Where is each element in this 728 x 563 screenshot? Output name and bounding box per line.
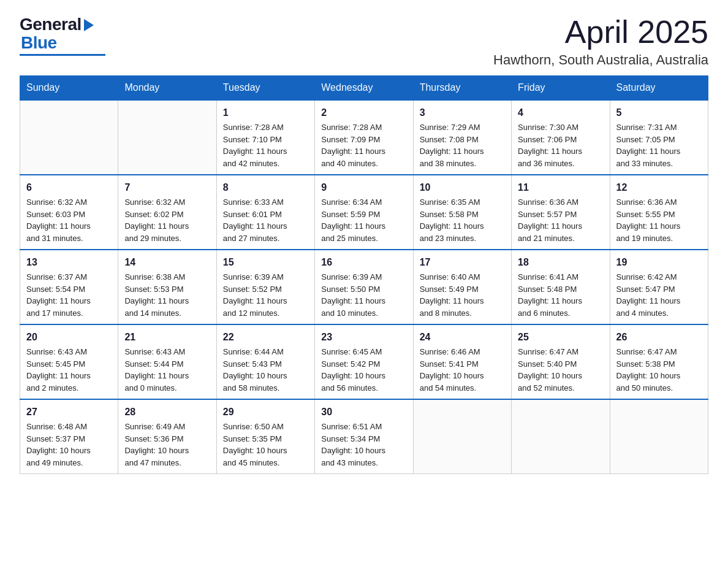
table-row: 28Sunrise: 6:49 AMSunset: 5:36 PMDayligh…: [118, 399, 216, 474]
day-info: Sunrise: 7:31 AMSunset: 7:05 PMDaylight:…: [616, 121, 702, 169]
day-number: 1: [223, 105, 308, 120]
table-row: 20Sunrise: 6:43 AMSunset: 5:45 PMDayligh…: [20, 324, 118, 399]
day-info: Sunrise: 6:46 AMSunset: 5:41 PMDaylight:…: [420, 346, 505, 394]
day-info: Sunrise: 6:32 AMSunset: 6:03 PMDaylight:…: [26, 196, 112, 244]
table-row: 5Sunrise: 7:31 AMSunset: 7:05 PMDaylight…: [610, 100, 708, 175]
table-row: 4Sunrise: 7:30 AMSunset: 7:06 PMDaylight…: [512, 100, 610, 175]
day-info: Sunrise: 7:29 AMSunset: 7:08 PMDaylight:…: [420, 121, 505, 169]
day-number: 9: [321, 180, 406, 195]
table-row: 16Sunrise: 6:39 AMSunset: 5:50 PMDayligh…: [315, 250, 413, 324]
table-row: 27Sunrise: 6:48 AMSunset: 5:37 PMDayligh…: [20, 399, 118, 474]
day-number: 2: [321, 105, 406, 120]
day-number: 25: [518, 330, 603, 345]
calendar-week-row: 13Sunrise: 6:37 AMSunset: 5:54 PMDayligh…: [20, 250, 708, 324]
logo-underline: [20, 54, 105, 56]
day-number: 7: [124, 180, 210, 195]
table-row: 30Sunrise: 6:51 AMSunset: 5:34 PMDayligh…: [315, 399, 413, 474]
day-number: 21: [124, 330, 210, 345]
day-info: Sunrise: 6:47 AMSunset: 5:38 PMDaylight:…: [616, 346, 702, 394]
day-number: 5: [616, 105, 702, 120]
table-row: 29Sunrise: 6:50 AMSunset: 5:35 PMDayligh…: [216, 399, 314, 474]
day-number: 20: [26, 330, 112, 345]
day-info: Sunrise: 6:39 AMSunset: 5:50 PMDaylight:…: [321, 271, 406, 319]
calendar-week-row: 27Sunrise: 6:48 AMSunset: 5:37 PMDayligh…: [20, 399, 708, 474]
day-info: Sunrise: 6:43 AMSunset: 5:45 PMDaylight:…: [26, 346, 112, 394]
table-row: 8Sunrise: 6:33 AMSunset: 6:01 PMDaylight…: [216, 175, 314, 250]
col-thursday: Thursday: [413, 76, 511, 101]
day-number: 10: [420, 180, 505, 195]
location-text: Hawthorn, South Australia, Australia: [493, 52, 708, 68]
table-row: 12Sunrise: 6:36 AMSunset: 5:55 PMDayligh…: [610, 175, 708, 250]
table-row: [610, 399, 708, 474]
day-number: 18: [518, 255, 603, 270]
calendar-week-row: 1Sunrise: 7:28 AMSunset: 7:10 PMDaylight…: [20, 100, 708, 175]
day-info: Sunrise: 6:35 AMSunset: 5:58 PMDaylight:…: [420, 196, 505, 244]
day-number: 24: [420, 330, 505, 345]
day-info: Sunrise: 6:50 AMSunset: 5:35 PMDaylight:…: [223, 421, 308, 469]
day-number: 8: [223, 180, 308, 195]
col-monday: Monday: [118, 76, 216, 101]
day-info: Sunrise: 6:41 AMSunset: 5:48 PMDaylight:…: [518, 271, 603, 319]
day-info: Sunrise: 6:47 AMSunset: 5:40 PMDaylight:…: [518, 346, 603, 394]
table-row: 19Sunrise: 6:42 AMSunset: 5:47 PMDayligh…: [610, 250, 708, 324]
logo: General Blue: [20, 15, 105, 56]
day-info: Sunrise: 6:32 AMSunset: 6:02 PMDaylight:…: [124, 196, 210, 244]
day-info: Sunrise: 6:39 AMSunset: 5:52 PMDaylight:…: [223, 271, 308, 319]
table-row: 3Sunrise: 7:29 AMSunset: 7:08 PMDaylight…: [413, 100, 511, 175]
day-number: 23: [321, 330, 406, 345]
day-info: Sunrise: 6:51 AMSunset: 5:34 PMDaylight:…: [321, 421, 406, 469]
calendar-table: Sunday Monday Tuesday Wednesday Thursday…: [20, 75, 708, 474]
table-row: 18Sunrise: 6:41 AMSunset: 5:48 PMDayligh…: [512, 250, 610, 324]
day-number: 16: [321, 255, 406, 270]
table-row: 2Sunrise: 7:28 AMSunset: 7:09 PMDaylight…: [315, 100, 413, 175]
day-info: Sunrise: 7:28 AMSunset: 7:10 PMDaylight:…: [223, 121, 308, 169]
table-row: 9Sunrise: 6:34 AMSunset: 5:59 PMDaylight…: [315, 175, 413, 250]
day-info: Sunrise: 7:28 AMSunset: 7:09 PMDaylight:…: [321, 121, 406, 169]
day-info: Sunrise: 6:45 AMSunset: 5:42 PMDaylight:…: [321, 346, 406, 394]
day-info: Sunrise: 6:36 AMSunset: 5:55 PMDaylight:…: [616, 196, 702, 244]
day-info: Sunrise: 6:42 AMSunset: 5:47 PMDaylight:…: [616, 271, 702, 319]
table-row: [20, 100, 118, 175]
col-friday: Friday: [512, 76, 610, 101]
day-number: 17: [420, 255, 505, 270]
title-section: April 2025 Hawthorn, South Australia, Au…: [493, 15, 708, 68]
calendar-week-row: 6Sunrise: 6:32 AMSunset: 6:03 PMDaylight…: [20, 175, 708, 250]
day-info: Sunrise: 6:34 AMSunset: 5:59 PMDaylight:…: [321, 196, 406, 244]
day-number: 6: [26, 180, 112, 195]
day-number: 22: [223, 330, 308, 345]
day-info: Sunrise: 6:37 AMSunset: 5:54 PMDaylight:…: [26, 271, 112, 319]
calendar-header-row: Sunday Monday Tuesday Wednesday Thursday…: [20, 76, 708, 101]
col-saturday: Saturday: [610, 76, 708, 101]
day-number: 13: [26, 255, 112, 270]
col-tuesday: Tuesday: [216, 76, 314, 101]
logo-general-text: General: [20, 15, 82, 34]
day-number: 11: [518, 180, 603, 195]
day-number: 29: [223, 405, 308, 419]
day-number: 12: [616, 180, 702, 195]
day-info: Sunrise: 6:40 AMSunset: 5:49 PMDaylight:…: [420, 271, 505, 319]
day-number: 15: [223, 255, 308, 270]
col-wednesday: Wednesday: [315, 76, 413, 101]
day-number: 14: [124, 255, 210, 270]
day-info: Sunrise: 6:36 AMSunset: 5:57 PMDaylight:…: [518, 196, 603, 244]
day-number: 27: [26, 405, 112, 419]
day-number: 19: [616, 255, 702, 270]
day-number: 30: [321, 405, 406, 419]
logo-blue-text: Blue: [21, 33, 57, 53]
col-sunday: Sunday: [20, 76, 118, 101]
day-number: 4: [518, 105, 603, 120]
table-row: 23Sunrise: 6:45 AMSunset: 5:42 PMDayligh…: [315, 324, 413, 399]
day-info: Sunrise: 6:38 AMSunset: 5:53 PMDaylight:…: [124, 271, 210, 319]
logo-arrow-icon: [84, 19, 94, 31]
day-info: Sunrise: 6:43 AMSunset: 5:44 PMDaylight:…: [124, 346, 210, 394]
day-info: Sunrise: 6:44 AMSunset: 5:43 PMDaylight:…: [223, 346, 308, 394]
day-info: Sunrise: 6:48 AMSunset: 5:37 PMDaylight:…: [26, 421, 112, 469]
day-info: Sunrise: 6:33 AMSunset: 6:01 PMDaylight:…: [223, 196, 308, 244]
table-row: 17Sunrise: 6:40 AMSunset: 5:49 PMDayligh…: [413, 250, 511, 324]
day-number: 3: [420, 105, 505, 120]
month-title: April 2025: [493, 15, 708, 50]
table-row: 26Sunrise: 6:47 AMSunset: 5:38 PMDayligh…: [610, 324, 708, 399]
table-row: 14Sunrise: 6:38 AMSunset: 5:53 PMDayligh…: [118, 250, 216, 324]
table-row: [118, 100, 216, 175]
table-row: 1Sunrise: 7:28 AMSunset: 7:10 PMDaylight…: [216, 100, 314, 175]
